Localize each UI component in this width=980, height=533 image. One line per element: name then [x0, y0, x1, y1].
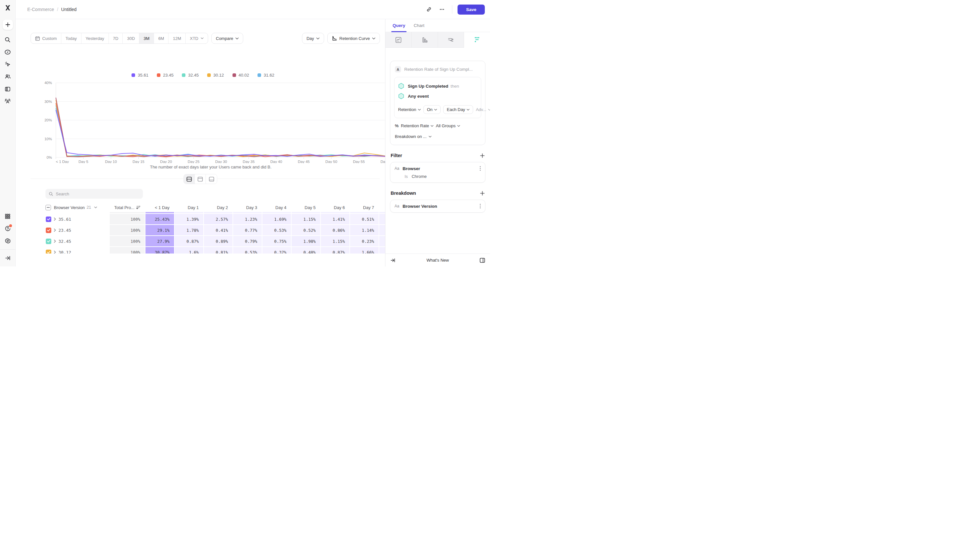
create-new-button[interactable]: [3, 19, 13, 30]
value-cell[interactable]: 1.98%: [291, 236, 320, 247]
legend-item[interactable]: 32.45: [182, 73, 199, 78]
retention-chart[interactable]: 0%10%20%30%40%< 1 DayDay 5Day 10Day 15Da…: [30, 79, 385, 165]
value-cell[interactable]: 0.23%: [349, 236, 379, 247]
row-label[interactable]: 35.61: [59, 217, 71, 222]
date-range-6m[interactable]: 6M: [154, 33, 169, 43]
value-cell[interactable]: 0.87%: [320, 247, 349, 254]
copy-link-icon[interactable]: [424, 5, 434, 14]
users-icon[interactable]: [3, 71, 13, 82]
day-column-header[interactable]: Day 2: [203, 205, 232, 210]
value-cell[interactable]: 1.66%: [349, 247, 379, 254]
collapse-panel-icon[interactable]: [390, 258, 396, 263]
boards-compass-icon[interactable]: [3, 47, 13, 57]
granularity-dropdown[interactable]: Day: [302, 33, 324, 44]
help-icon[interactable]: [3, 223, 13, 234]
value-cell[interactable]: 1.78%: [174, 225, 203, 236]
advanced-dropdown[interactable]: Adv...: [476, 107, 490, 112]
search-input[interactable]: [56, 192, 140, 197]
whats-new-link[interactable]: What's New: [385, 258, 490, 263]
value-cell[interactable]: 1.23%: [232, 214, 262, 225]
chart-view-toggle[interactable]: [195, 174, 206, 184]
row-label[interactable]: 23.45: [59, 228, 71, 233]
insights-report-tab[interactable]: [385, 32, 412, 48]
compare-button[interactable]: Compare: [212, 33, 243, 44]
flows-report-tab[interactable]: [438, 32, 465, 48]
value-cell[interactable]: 0.86%: [320, 225, 349, 236]
row-checkbox[interactable]: [46, 239, 51, 244]
legend-item[interactable]: 23.45: [157, 73, 174, 78]
legend-item[interactable]: 31.62: [258, 73, 274, 78]
breadcrumb-project[interactable]: E-Commerce: [27, 7, 54, 12]
value-cell[interactable]: 0.89%: [203, 236, 232, 247]
value-cell[interactable]: 0.53%: [232, 247, 262, 254]
value-cell[interactable]: 1.15%: [291, 214, 320, 225]
value-cell[interactable]: 0.52%: [291, 225, 320, 236]
value-cell[interactable]: 1.15%: [320, 236, 349, 247]
value-cell[interactable]: 0.51%: [349, 214, 379, 225]
chart-series-40.02[interactable]: [56, 98, 385, 157]
chart-series-32.45[interactable]: [56, 105, 385, 157]
row-checkbox[interactable]: [46, 217, 51, 222]
value-cell[interactable]: 25.43%: [145, 214, 174, 225]
filter-kebab-icon[interactable]: [480, 166, 481, 171]
event-a-row[interactable]: Sign Up Completed then: [398, 81, 477, 91]
value-cell[interactable]: 0.81%: [203, 247, 232, 254]
date-range-custom[interactable]: Custom: [31, 33, 61, 43]
breakdown-on-dropdown[interactable]: Breakdown on ...: [394, 133, 481, 140]
breakdown-kebab-icon[interactable]: [480, 203, 481, 209]
event-b-row[interactable]: Any event: [398, 91, 477, 101]
date-range-30d[interactable]: 30D: [123, 33, 139, 43]
chart-series-23.45[interactable]: [56, 103, 385, 157]
filter-value[interactable]: Chrome: [412, 174, 427, 179]
date-range-yesterday[interactable]: Yesterday: [81, 33, 109, 43]
row-label[interactable]: 30.12: [59, 250, 71, 254]
panel-tab-chart[interactable]: Chart: [414, 19, 425, 32]
legend-item[interactable]: 35.61: [132, 73, 148, 78]
add-breakdown-button[interactable]: [480, 191, 485, 196]
date-range-today[interactable]: Today: [61, 33, 81, 43]
split-view-toggle[interactable]: [184, 174, 195, 184]
day-column-header[interactable]: Day 7: [349, 205, 379, 210]
row-label[interactable]: 32.45: [59, 239, 71, 244]
expand-chevron-icon[interactable]: [54, 240, 56, 243]
data-board-icon[interactable]: [3, 84, 13, 94]
value-cell[interactable]: 0.75%: [262, 236, 291, 247]
value-cell[interactable]: 0.48%: [291, 247, 320, 254]
value-cell[interactable]: 1.69%: [262, 214, 291, 225]
value-cell[interactable]: 0.77%: [232, 225, 262, 236]
day-column-header[interactable]: Day 4: [262, 205, 291, 210]
expand-sidebar-icon[interactable]: [3, 253, 13, 263]
filter-card[interactable]: Aa Browser Is Chrome: [390, 162, 485, 183]
day-column-header[interactable]: Day 1: [174, 205, 203, 210]
day-column-header[interactable]: Day 6: [320, 205, 349, 210]
value-cell[interactable]: 29.1%: [145, 225, 174, 236]
expand-chevron-icon[interactable]: [54, 251, 56, 254]
date-range-12m[interactable]: 12M: [169, 33, 185, 43]
more-options-icon[interactable]: [437, 5, 447, 14]
groups-dropdown[interactable]: All Groups: [436, 123, 460, 128]
breadcrumb-title[interactable]: Untitled: [61, 7, 76, 12]
value-cell[interactable]: 1.14%: [349, 225, 379, 236]
filter-property[interactable]: Browser: [402, 166, 420, 171]
breakdown-property[interactable]: Browser Version: [402, 204, 438, 209]
chart-series-30.12[interactable]: [56, 100, 385, 157]
row-checkbox[interactable]: [46, 250, 51, 254]
date-range-7d[interactable]: 7D: [109, 33, 123, 43]
breakdown-card[interactable]: Aa Browser Version: [390, 200, 485, 213]
total-column-label[interactable]: Total Pro...: [114, 205, 134, 210]
series-title[interactable]: Retention Rate of Sign Up Compl...: [404, 67, 473, 72]
row-checkbox[interactable]: [46, 228, 51, 233]
date-range-xtd[interactable]: XTD: [186, 33, 208, 43]
value-cell[interactable]: 0.87%: [174, 236, 203, 247]
metric-dropdown[interactable]: Retention Rate: [401, 123, 434, 128]
apps-grid-icon[interactable]: [3, 211, 13, 221]
chart-type-dropdown[interactable]: Retention Curve: [327, 33, 380, 44]
select-all-checkbox[interactable]: [45, 205, 51, 210]
value-cell[interactable]: 0.79%: [232, 236, 262, 247]
day-column-header[interactable]: < 1 Day: [145, 205, 174, 210]
value-cell[interactable]: 27.9%: [145, 236, 174, 247]
chart-series-31.62[interactable]: [56, 108, 385, 157]
retention-report-tab[interactable]: [464, 32, 490, 48]
table-view-toggle[interactable]: [206, 174, 217, 184]
chart-series-35.61[interactable]: [56, 110, 385, 157]
